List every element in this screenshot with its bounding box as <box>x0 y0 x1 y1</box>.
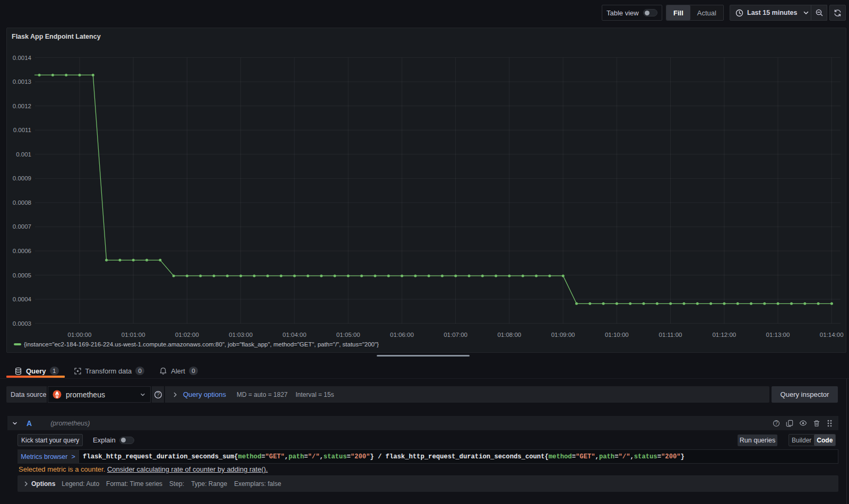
svg-text:0.0014: 0.0014 <box>13 55 32 61</box>
svg-text:01:13:00: 01:13:00 <box>766 332 790 338</box>
svg-text:01:06:00: 01:06:00 <box>390 332 414 338</box>
svg-text:0.0007: 0.0007 <box>13 223 31 230</box>
svg-text:0.0005: 0.0005 <box>13 272 31 279</box>
svg-text:01:02:00: 01:02:00 <box>175 332 199 338</box>
svg-text:01:04:00: 01:04:00 <box>283 332 307 338</box>
svg-text:01:05:00: 01:05:00 <box>336 332 360 338</box>
svg-text:01:10:00: 01:10:00 <box>605 332 629 338</box>
svg-text:01:11:00: 01:11:00 <box>659 332 682 338</box>
svg-text:0.0008: 0.0008 <box>13 199 31 206</box>
svg-text:0.0013: 0.0013 <box>13 79 31 85</box>
svg-text:01:03:00: 01:03:00 <box>229 332 253 338</box>
svg-text:01:14:00: 01:14:00 <box>820 332 844 338</box>
svg-text:0.0012: 0.0012 <box>13 103 31 109</box>
svg-text:0.0009: 0.0009 <box>13 175 31 181</box>
svg-text:0.0003: 0.0003 <box>13 320 31 327</box>
svg-text:01:09:00: 01:09:00 <box>551 332 575 338</box>
svg-text:01:01:00: 01:01:00 <box>122 332 145 338</box>
svg-text:0.0011: 0.0011 <box>13 127 31 133</box>
svg-text:?: ? <box>775 420 778 425</box>
svg-text:0.0004: 0.0004 <box>13 296 32 302</box>
svg-text:0.001: 0.001 <box>16 151 31 158</box>
svg-text:01:08:00: 01:08:00 <box>497 332 521 338</box>
svg-text:0.0006: 0.0006 <box>13 248 31 254</box>
svg-text:01:00:00: 01:00:00 <box>68 332 92 338</box>
svg-text:01:07:00: 01:07:00 <box>444 332 467 338</box>
svg-text:?: ? <box>156 391 159 397</box>
svg-text:01:12:00: 01:12:00 <box>712 332 736 338</box>
